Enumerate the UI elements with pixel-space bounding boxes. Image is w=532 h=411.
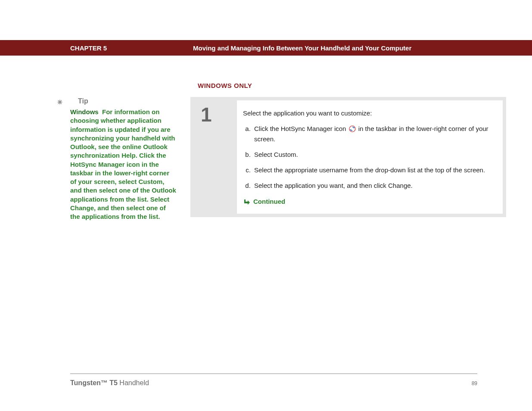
tip-label: Tip: [78, 97, 88, 105]
hotsync-icon: [349, 125, 356, 134]
step-item-b: Select Custom.: [252, 150, 492, 159]
step-item-c: Select the appropriate username from the…: [252, 166, 492, 174]
footer-product-type: Handheld: [118, 379, 149, 386]
footer-product: Tungsten™ T5 Handheld: [70, 379, 149, 387]
chapter-header-bar: CHAPTER 5 Moving and Managing Info Betwe…: [0, 40, 532, 56]
asterisk-icon: [56, 98, 64, 106]
tip-body: Windows For information on choosing whet…: [70, 108, 177, 221]
section-heading: WINDOWS ONLY: [198, 82, 252, 89]
step-number: 1: [194, 100, 237, 214]
step-card: 1 Select the application you want to cus…: [190, 97, 506, 217]
step-list: Click the HotSync Manager icon in the ta…: [243, 125, 492, 190]
footer-page-number: 89: [472, 380, 477, 386]
step-content: Select the application you want to custo…: [237, 100, 503, 214]
continued-indicator: Continued: [243, 197, 492, 206]
footer-product-name: Tungsten™ T5: [70, 379, 118, 386]
sidebar-tip: Tip Windows For information on choosing …: [56, 97, 177, 221]
continued-label: Continued: [253, 197, 285, 206]
chapter-title: Moving and Managing Info Between Your Ha…: [193, 44, 411, 52]
tip-text: For information on choosing whether appl…: [70, 108, 176, 220]
step-item-d: Select the application you want, and the…: [252, 181, 492, 190]
tip-platform: Windows: [70, 108, 99, 115]
step-item-a: Click the HotSync Manager icon in the ta…: [252, 125, 492, 143]
page-footer: Tungsten™ T5 Handheld 89: [70, 374, 477, 387]
step-a-pre: Click the HotSync Manager icon: [254, 125, 348, 132]
arrow-down-right-icon: [243, 198, 250, 205]
chapter-label: CHAPTER 5: [70, 44, 107, 52]
step-intro: Select the application you want to custo…: [243, 109, 492, 118]
